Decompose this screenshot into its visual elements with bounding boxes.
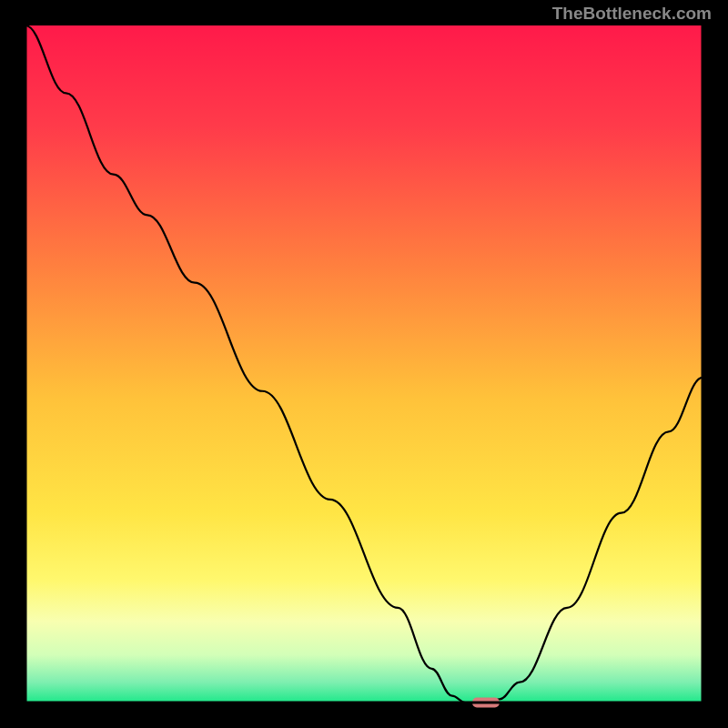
- watermark-text: TheBottleneck.com: [552, 4, 712, 24]
- chart-container: TheBottleneck.com: [0, 0, 728, 728]
- plot-background: [25, 25, 703, 703]
- chart-svg: [0, 0, 728, 728]
